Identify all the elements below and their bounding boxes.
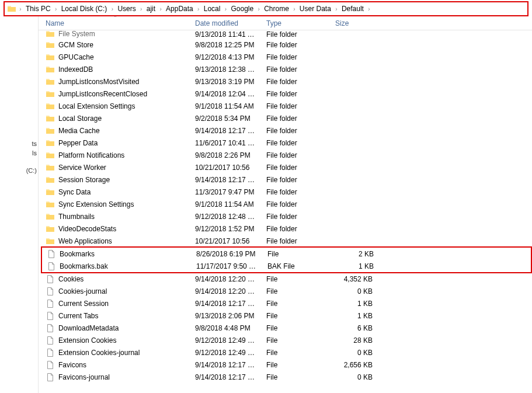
type-cell: File folder — [262, 65, 331, 74]
file-row[interactable]: Web Applications10/21/2017 10:56File fol… — [41, 235, 532, 247]
file-row[interactable]: Media Cache9/14/2018 12:17 PMFile folder — [41, 124, 532, 137]
name-cell[interactable]: Cookies — [41, 274, 190, 284]
name-cell[interactable]: Sync Data — [41, 187, 190, 197]
file-row[interactable]: IndexedDB9/13/2018 12:38 PMFile folder — [41, 63, 532, 75]
name-cell[interactable]: Extension Cookies — [41, 336, 190, 345]
name-cell[interactable]: Web Applications — [41, 237, 190, 246]
breadcrumb-item[interactable]: Local Disk (C:) — [59, 4, 110, 14]
file-row[interactable]: Cookies-journal9/14/2018 12:20 PMFile0 K… — [41, 285, 532, 297]
file-row[interactable]: Favicons9/14/2018 12:17 PMFile2,656 KB — [41, 359, 532, 371]
name-cell[interactable]: Current Tabs — [41, 311, 190, 321]
size-cell: 0 KB — [331, 373, 377, 381]
name-cell[interactable]: Favicons — [41, 360, 190, 370]
file-row[interactable]: Pepper Data11/6/2017 10:41 PMFile folder — [41, 137, 532, 149]
folder-icon — [46, 77, 55, 86]
chevron-right-icon[interactable]: › — [291, 5, 297, 13]
chevron-right-icon[interactable]: › — [53, 5, 59, 13]
name-cell[interactable]: Thumbnails — [41, 212, 190, 221]
file-row[interactable]: Current Tabs9/13/2018 2:06 PMFile1 KB — [41, 309, 532, 322]
breadcrumb-item[interactable]: Google — [228, 4, 256, 14]
file-row[interactable]: Favicons-journal9/14/2018 12:17 PMFile0 … — [41, 371, 532, 383]
breadcrumb-item[interactable]: AppData — [164, 4, 196, 14]
nav-spacer — [0, 158, 38, 166]
file-row[interactable]: Extension Cookies-journal9/12/2018 12:49… — [41, 346, 532, 359]
name-cell[interactable]: Local Extension Settings — [41, 102, 190, 111]
name-cell[interactable]: Bookmarks.bak — [42, 262, 192, 271]
file-row[interactable]: JumpListIconsRecentClosed9/14/2018 12:04… — [41, 88, 532, 100]
nav-item[interactable]: ts — [0, 139, 38, 148]
type-cell: File folder — [262, 102, 331, 110]
date-cell: 9/1/2018 11:54 AM — [190, 102, 262, 110]
navigation-pane[interactable]: ts ls (C:) — [0, 16, 39, 393]
name-cell[interactable]: Sync Extension Settings — [41, 200, 190, 209]
file-row[interactable]: DownloadMetadata9/8/2018 4:48 PMFile6 KB — [41, 322, 532, 334]
file-row[interactable]: Extension Cookies9/12/2018 12:49 PMFile2… — [41, 334, 532, 346]
chevron-right-icon[interactable]: › — [18, 5, 23, 13]
breadcrumb-item[interactable]: Users — [115, 4, 138, 14]
file-row[interactable]: Sync Extension Settings9/1/2018 11:54 AM… — [41, 198, 532, 210]
chevron-right-icon[interactable]: › — [196, 5, 201, 13]
name-cell[interactable]: File System — [41, 30, 190, 39]
breadcrumb-item[interactable]: User Data — [297, 4, 333, 14]
name-cell[interactable]: JumpListIconsMostVisited — [41, 77, 190, 86]
file-row[interactable]: Service Worker10/21/2017 10:56File folde… — [41, 161, 532, 173]
name-cell[interactable]: Local Storage — [41, 114, 190, 123]
breadcrumb-item[interactable]: Local — [201, 4, 223, 14]
nav-item[interactable]: ls — [0, 148, 38, 158]
file-row[interactable]: VideoDecodeStats9/12/2018 1:52 PMFile fo… — [41, 222, 532, 235]
folder-icon — [46, 53, 55, 62]
column-label: Size — [335, 19, 349, 27]
chevron-right-icon[interactable]: › — [109, 5, 115, 13]
name-cell[interactable]: Extension Cookies-journal — [41, 348, 190, 357]
chevron-right-icon[interactable]: › — [333, 5, 339, 13]
name-cell[interactable]: Cookies-journal — [41, 287, 190, 296]
name-cell[interactable]: Service Worker — [41, 163, 190, 172]
name-cell[interactable]: Session Storage — [41, 175, 190, 185]
name-cell[interactable]: GCM Store — [41, 40, 190, 50]
name-cell[interactable]: VideoDecodeStats — [41, 224, 190, 234]
chevron-right-icon[interactable]: › — [256, 5, 262, 13]
file-row[interactable]: Bookmarks8/26/2018 6:19 PMFile2 KB — [42, 248, 531, 260]
name-cell[interactable]: Bookmarks — [42, 249, 192, 259]
file-name: Local Extension Settings — [58, 102, 135, 110]
breadcrumb[interactable]: › This PC›Local Disk (C:)›Users›ajit›App… — [4, 1, 528, 16]
name-cell[interactable]: JumpListIconsRecentClosed — [41, 89, 190, 99]
file-row[interactable]: Bookmarks.bak11/17/2017 9:50 PMBAK File1… — [42, 260, 531, 272]
breadcrumb-item[interactable]: Default — [339, 4, 366, 14]
name-cell[interactable]: DownloadMetadata — [41, 324, 190, 333]
file-row[interactable]: Platform Notifications9/8/2018 2:26 PMFi… — [41, 149, 532, 161]
chevron-right-icon[interactable]: › — [138, 5, 144, 13]
name-cell[interactable]: IndexedDB — [41, 65, 190, 74]
name-cell[interactable]: Media Cache — [41, 126, 190, 135]
chevron-right-icon[interactable]: › — [158, 5, 164, 13]
file-row[interactable]: GPUCache9/12/2018 4:13 PMFile folder — [41, 51, 532, 63]
name-cell[interactable]: Current Session — [41, 299, 190, 308]
file-row[interactable]: File System9/13/2018 11:41 AMFile folder — [41, 30, 532, 39]
name-cell[interactable]: Platform Notifications — [41, 151, 190, 160]
file-row[interactable]: Local Storage9/2/2018 5:34 PMFile folder — [41, 112, 532, 124]
column-header-date[interactable]: Date modified — [190, 16, 262, 30]
highlight-box: Bookmarks8/26/2018 6:19 PMFile2 KBBookma… — [41, 246, 532, 273]
column-header-name[interactable]: ⌃ Name — [41, 16, 190, 30]
chevron-right-icon[interactable]: › — [366, 5, 372, 13]
folder-icon — [46, 151, 55, 160]
file-row[interactable]: Local Extension Settings9/1/2018 11:54 A… — [41, 100, 532, 112]
file-row[interactable]: JumpListIconsMostVisited9/13/2018 3:19 P… — [41, 75, 532, 88]
file-row[interactable]: Session Storage9/14/2018 12:17 PMFile fo… — [41, 173, 532, 186]
name-cell[interactable]: Favicons-journal — [41, 373, 190, 382]
name-cell[interactable]: GPUCache — [41, 53, 190, 62]
file-row[interactable]: GCM Store9/8/2018 12:25 PMFile folder — [41, 39, 532, 51]
column-header-type[interactable]: Type — [262, 16, 331, 30]
file-row[interactable]: Current Session9/14/2018 12:17 PMFile1 K… — [41, 297, 532, 309]
chevron-right-icon[interactable]: › — [222, 5, 228, 13]
name-cell[interactable]: Pepper Data — [41, 138, 190, 148]
nav-item[interactable]: (C:) — [0, 166, 38, 175]
breadcrumb-item[interactable]: This PC — [23, 4, 53, 14]
file-row[interactable]: Thumbnails9/12/2018 12:48 PMFile folder — [41, 210, 532, 222]
breadcrumb-item[interactable]: ajit — [144, 4, 158, 14]
file-row[interactable]: Cookies9/14/2018 12:20 PMFile4,352 KB — [41, 273, 532, 285]
column-header-size[interactable]: Size — [331, 16, 377, 30]
breadcrumb-item[interactable]: Chrome — [262, 4, 291, 14]
file-icon — [46, 287, 55, 296]
file-row[interactable]: Sync Data11/3/2017 9:47 PMFile folder — [41, 186, 532, 198]
